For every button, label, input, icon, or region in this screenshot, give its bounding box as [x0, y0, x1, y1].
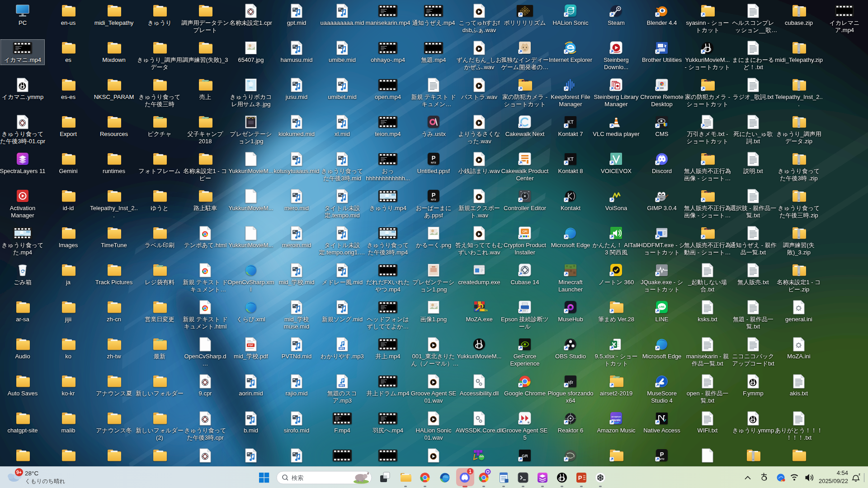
svg-text:z: z: [859, 472, 860, 476]
svg-text:2025/09/22: 2025/09/22: [819, 478, 848, 484]
svg-text:検索: 検索: [291, 474, 303, 481]
svg-text:P: P: [578, 474, 582, 481]
svg-text:1: 1: [469, 469, 472, 474]
svg-text:9+: 9+: [16, 469, 22, 475]
svg-text:くもりのち晴れ: くもりのち晴れ: [25, 478, 65, 484]
svg-text:28°C: 28°C: [25, 470, 38, 477]
svg-text:4:54: 4:54: [837, 469, 848, 476]
